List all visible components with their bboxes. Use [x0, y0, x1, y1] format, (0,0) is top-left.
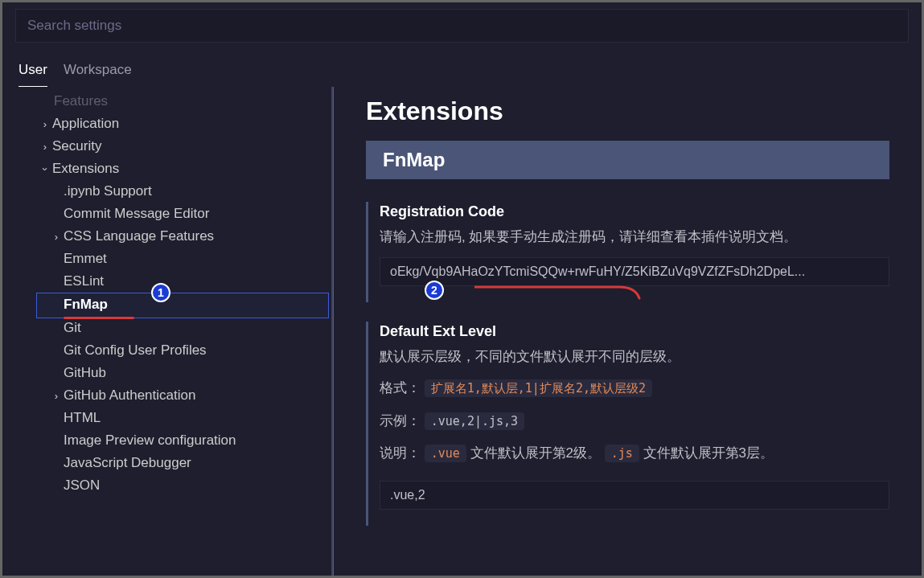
search-bar [2, 2, 922, 49]
annotation-badge-1: 1 [151, 283, 170, 302]
registration-code-input[interactable] [380, 257, 889, 286]
explain-text: 文件默认展开第3层。 [643, 445, 774, 461]
sidebar-item-label: JavaScript Debugger [64, 455, 191, 471]
sidebar-item-label: Git [64, 320, 81, 336]
explain-row: 说明： .vue 文件默认展开第2级。 .js 文件默认展开第3层。 [380, 441, 889, 466]
sidebar-item-json[interactable]: JSON [18, 474, 334, 497]
sidebar-item-label: CSS Language Features [64, 228, 214, 244]
sidebar-item-eslint[interactable]: ESLint [18, 270, 334, 293]
sidebar-item-githubauth[interactable]: › GitHub Authentication [18, 384, 334, 407]
sidebar-item-css[interactable]: › CSS Language Features [18, 225, 334, 248]
chevron-right-icon: › [38, 118, 52, 130]
sidebar-item-jsdebugger[interactable]: JavaScript Debugger [18, 452, 334, 474]
sidebar-item-label: Emmet [64, 251, 107, 267]
settings-sidebar: Features › Application › Security › Exte… [2, 87, 334, 576]
format-row: 格式： 扩展名1,默认层,1|扩展名2,默认层级2 [380, 376, 889, 401]
page-title: Extensions [366, 96, 889, 126]
setting-title: Registration Code [380, 203, 889, 220]
format-label: 格式： [380, 376, 421, 401]
format-value: 扩展名1,默认层,1|扩展名2,默认层级2 [425, 379, 652, 397]
settings-content: Extensions FnMap Registration Code 请输入注册… [334, 87, 922, 576]
sidebar-item-label: Application [52, 116, 119, 132]
sidebar-item-github[interactable]: GitHub [18, 362, 334, 384]
explain-text: 文件默认展开第2级。 [470, 445, 605, 461]
sidebar-item-label: FnMap [64, 297, 108, 313]
sidebar-item-application[interactable]: › Application [18, 113, 334, 135]
sidebar-item-security[interactable]: › Security [18, 135, 334, 158]
tab-workspace[interactable]: Workspace [64, 57, 132, 87]
explain-vue-chip: .vue [425, 445, 466, 462]
sidebar-item-label: Image Preview configuration [64, 432, 236, 449]
explain-label: 说明： [380, 441, 421, 466]
sidebar-item-ipynb[interactable]: .ipynb Support [18, 180, 334, 203]
chevron-right-icon: › [49, 390, 64, 402]
section-header-fnmap: FnMap [366, 141, 889, 179]
sidebar-item-label: HTML [64, 410, 101, 426]
sidebar-item-label: Commit Message Editor [64, 206, 209, 222]
sidebar-item-gitconfig[interactable]: Git Config User Profiles [18, 339, 334, 362]
sidebar-item-label: ESLint [64, 273, 104, 289]
sidebar-item-html[interactable]: HTML [18, 407, 334, 429]
setting-registration-code: Registration Code 请输入注册码, 如果要手动生成注册码，请详细… [366, 202, 889, 302]
setting-description: 默认展示层级，不同的文件默认展开不同的层级。 [380, 346, 889, 367]
tab-user[interactable]: User [18, 57, 47, 87]
example-value: .vue,2|.js,3 [425, 412, 524, 430]
annotation-underline [474, 285, 643, 301]
sidebar-item-imagepreview[interactable]: Image Preview configuration [18, 429, 334, 452]
annotation-underline [64, 317, 134, 319]
chevron-right-icon: › [49, 231, 64, 243]
setting-title: Default Ext Level [380, 323, 889, 340]
sidebar-item-features[interactable]: Features [18, 90, 334, 113]
sidebar-item-label: .ipynb Support [64, 183, 152, 199]
search-input[interactable] [15, 9, 909, 43]
chevron-down-icon: › [39, 162, 51, 176]
annotation-badge-2: 2 [425, 281, 444, 300]
example-row: 示例： .vue,2|.js,3 [380, 409, 889, 434]
settings-tabs: User Workspace [2, 49, 922, 87]
sidebar-item-label: Git Config User Profiles [64, 342, 207, 359]
setting-description: 请输入注册码, 如果要手动生成注册码，请详细查看本插件说明文档。 [380, 227, 889, 248]
sidebar-item-label: Extensions [52, 161, 119, 177]
sidebar-item-extensions[interactable]: › Extensions [18, 158, 334, 180]
sidebar-item-emmet[interactable]: Emmet [18, 248, 334, 270]
sidebar-item-label: Features [54, 93, 108, 109]
default-ext-level-input[interactable] [380, 481, 889, 510]
chevron-right-icon: › [38, 141, 52, 153]
sidebar-item-label: GitHub [64, 365, 106, 381]
sidebar-item-git[interactable]: Git [18, 317, 334, 339]
setting-default-ext-level: Default Ext Level 默认展示层级，不同的文件默认展开不同的层级。… [366, 322, 889, 526]
sidebar-item-commit[interactable]: Commit Message Editor [18, 203, 334, 225]
sidebar-item-label: Security [52, 138, 101, 154]
explain-js-chip: .js [605, 445, 639, 462]
sidebar-item-label: GitHub Authentication [64, 387, 195, 404]
example-label: 示例： [380, 409, 421, 434]
sidebar-item-label: JSON [64, 478, 100, 494]
sidebar-item-fnmap[interactable]: FnMap [18, 293, 334, 317]
